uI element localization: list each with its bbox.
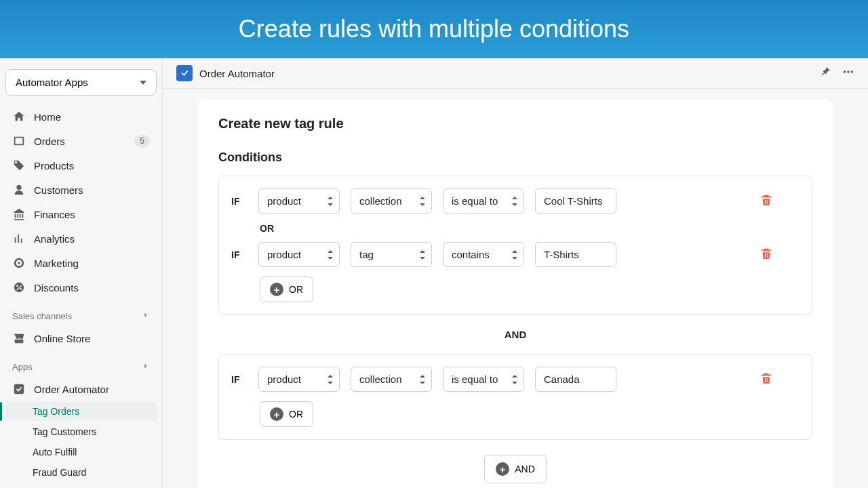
svg-point-2 bbox=[847, 70, 850, 73]
section-label: Sales channels bbox=[12, 311, 72, 321]
conditions-heading: Conditions bbox=[218, 150, 812, 165]
topbar-title: Order Automator bbox=[199, 68, 275, 79]
add-or-label: OR bbox=[289, 409, 303, 420]
target-icon bbox=[12, 256, 26, 270]
value-input[interactable] bbox=[535, 242, 616, 267]
hero-banner: Create rules with multiple conditions bbox=[0, 0, 868, 58]
nav-label: Finances bbox=[34, 209, 75, 220]
nav-label: Customers bbox=[34, 184, 83, 196]
or-separator: OR bbox=[260, 223, 800, 234]
hero-title: Create rules with multiple conditions bbox=[239, 15, 629, 43]
nav-marketing[interactable]: Marketing bbox=[5, 251, 157, 274]
nav-label: Products bbox=[34, 160, 74, 171]
orders-badge: 5 bbox=[134, 135, 150, 147]
condition-group: IF product collection is equal to OR IF … bbox=[218, 176, 812, 315]
apps-dropdown-label: Automator Apps bbox=[16, 77, 88, 88]
bank-icon bbox=[12, 207, 26, 221]
nav-label: Orders bbox=[34, 136, 65, 147]
operator-select[interactable]: contains bbox=[443, 242, 524, 267]
card-title: Create new tag rule bbox=[218, 116, 812, 131]
if-label: IF bbox=[231, 374, 248, 385]
nav-label: Online Store bbox=[34, 333, 90, 344]
section-sales-channels[interactable]: Sales channels bbox=[5, 306, 157, 327]
plus-icon: + bbox=[496, 462, 509, 476]
nav-discounts[interactable]: Discounts bbox=[5, 276, 157, 299]
add-and-label: AND bbox=[515, 464, 535, 474]
tag-icon bbox=[12, 159, 26, 172]
sub-auto-fulfill[interactable]: Auto Fulfill bbox=[5, 443, 157, 462]
and-separator: AND bbox=[218, 329, 812, 340]
condition-row: IF product tag contains bbox=[231, 242, 800, 267]
caret-down-icon bbox=[140, 81, 146, 85]
sub-tag-orders[interactable]: Tag Orders bbox=[5, 402, 157, 421]
field-select[interactable]: product bbox=[258, 188, 340, 214]
nav-home[interactable]: Home bbox=[5, 105, 157, 128]
chevron-right-icon bbox=[142, 362, 150, 372]
svg-point-1 bbox=[844, 70, 846, 73]
field-select[interactable]: product bbox=[258, 242, 340, 267]
orders-icon bbox=[12, 134, 26, 148]
section-apps[interactable]: Apps bbox=[5, 357, 157, 378]
nav-customers[interactable]: Customers bbox=[5, 178, 157, 201]
attribute-select[interactable]: collection bbox=[351, 188, 432, 214]
delete-icon[interactable] bbox=[760, 371, 772, 388]
condition-row: IF product collection is equal to bbox=[231, 188, 800, 214]
sub-tag-customers[interactable]: Tag Customers bbox=[5, 422, 157, 441]
attribute-select[interactable]: tag bbox=[351, 242, 432, 267]
person-icon bbox=[12, 183, 26, 197]
condition-row: IF product collection is equal to bbox=[231, 367, 800, 392]
analytics-icon bbox=[12, 232, 26, 245]
nav-label: Analytics bbox=[34, 233, 75, 245]
add-and-button[interactable]: + AND bbox=[484, 455, 547, 483]
section-label: Apps bbox=[12, 362, 33, 372]
delete-icon[interactable] bbox=[760, 193, 772, 209]
nav-label: Order Automator bbox=[34, 384, 109, 395]
plus-icon: + bbox=[270, 283, 283, 296]
operator-select[interactable]: is equal to bbox=[443, 188, 524, 214]
more-icon[interactable] bbox=[842, 66, 854, 81]
svg-rect-0 bbox=[14, 384, 24, 394]
pin-icon[interactable] bbox=[819, 66, 831, 81]
nav-products[interactable]: Products bbox=[5, 154, 157, 177]
topbar: Order Automator bbox=[163, 58, 868, 89]
apps-dropdown[interactable]: Automator Apps bbox=[5, 69, 157, 96]
condition-group: IF product collection is equal to + OR bbox=[218, 354, 812, 440]
chevron-right-icon bbox=[142, 311, 150, 321]
nav-label: Home bbox=[34, 111, 61, 123]
field-select[interactable]: product bbox=[258, 367, 340, 392]
if-label: IF bbox=[231, 196, 248, 207]
store-icon bbox=[12, 331, 26, 345]
nav-online-store[interactable]: Online Store bbox=[5, 327, 157, 350]
rule-card: Create new tag rule Conditions IF produc… bbox=[198, 100, 833, 488]
sub-fraud-guard[interactable]: Fraud Guard bbox=[5, 463, 157, 482]
app-logo-icon bbox=[176, 65, 193, 81]
nav-order-automator[interactable]: Order Automator bbox=[5, 378, 157, 401]
nav-orders[interactable]: Orders 5 bbox=[5, 129, 157, 152]
main-content: Order Automator Create new tag rule Cond… bbox=[163, 58, 868, 488]
discount-icon bbox=[12, 281, 26, 294]
attribute-select[interactable]: collection bbox=[351, 367, 432, 392]
home-icon bbox=[12, 110, 26, 123]
value-input[interactable] bbox=[535, 188, 616, 214]
nav-finances[interactable]: Finances bbox=[5, 203, 157, 226]
add-or-label: OR bbox=[289, 284, 303, 295]
value-input[interactable] bbox=[535, 367, 616, 392]
operator-select[interactable]: is equal to bbox=[443, 367, 524, 392]
svg-point-3 bbox=[851, 70, 854, 73]
app-icon bbox=[12, 382, 26, 396]
nav-label: Marketing bbox=[34, 258, 79, 269]
nav-label: Discounts bbox=[34, 282, 79, 293]
if-label: IF bbox=[231, 249, 248, 260]
add-or-button[interactable]: + OR bbox=[260, 401, 313, 427]
nav-analytics[interactable]: Analytics bbox=[5, 227, 157, 250]
delete-icon[interactable] bbox=[760, 247, 772, 263]
plus-icon: + bbox=[270, 407, 283, 421]
sidebar: Automator Apps Home Orders 5 Products Cu… bbox=[0, 58, 163, 488]
add-or-button[interactable]: + OR bbox=[260, 277, 313, 302]
